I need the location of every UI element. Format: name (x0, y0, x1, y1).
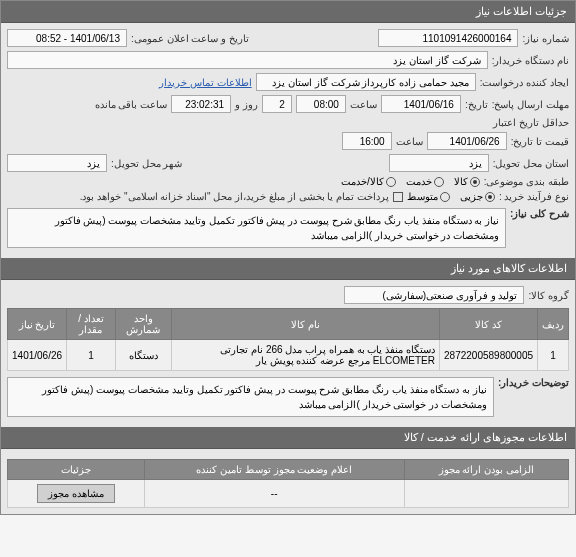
cell-required (404, 480, 568, 508)
days-value: 2 (262, 95, 292, 113)
buy-type-label: نوع فرآیند خرید : (499, 191, 569, 202)
announce-label: تاریخ و ساعت اعلان عمومی: (131, 33, 249, 44)
date-label: تاریخ: (465, 99, 488, 110)
remaining-suffix: ساعت باقی مانده (95, 99, 168, 110)
need-description: نیاز به دستگاه منفذ یاب رنگ مطابق شرح پی… (7, 208, 506, 248)
deliver-city-label: شهر محل تحویل: (111, 158, 182, 169)
category-radio-group: کالا خدمت کالا/خدمت (341, 176, 480, 187)
radio-medium-label: متوسط (407, 191, 438, 202)
time-label: ساعت (350, 99, 377, 110)
radio-partial[interactable] (485, 192, 495, 202)
th-details: جزئیات (8, 460, 145, 480)
th-qty: تعداد / مقدار (67, 309, 116, 340)
budget-label: طبقه بندی موضوعی: (484, 176, 569, 187)
section-header-need-details: جزئیات اطلاعات نیاز (1, 1, 575, 23)
th-required: الزامی بودن ارائه مجوز (404, 460, 568, 480)
form-need-details: شماره نیاز: 1101091426000164 تاریخ و ساع… (1, 23, 575, 258)
need-number-label: شماره نیاز: (522, 33, 569, 44)
view-auth-button[interactable]: مشاهده مجوز (37, 484, 115, 503)
need-number-value: 1101091426000164 (378, 29, 518, 47)
th-name: نام کالا (171, 309, 439, 340)
auth-area: الزامی بودن ارائه مجوز اعلام وضعیت مجوز … (1, 449, 575, 514)
radio-service-label: خدمت (406, 176, 432, 187)
deliver-city-value: یزد (7, 154, 107, 172)
creator-value: مجید حمامی زاده کارپرداز شرکت گاز استان … (256, 73, 476, 91)
need-loc-label: استان محل تحویل: (493, 158, 569, 169)
radio-medium[interactable] (440, 192, 450, 202)
buyer-notes: نیاز به دستگاه منفذ یاب رنگ مطابق شرح پی… (7, 377, 494, 417)
need-loc-value: یزد (389, 154, 489, 172)
goods-table: ردیف کد کالا نام کالا واحد شمارش تعداد /… (7, 308, 569, 371)
radio-partial-label: جزیی (460, 191, 483, 202)
th-unit: واحد شمارش (115, 309, 171, 340)
cell-qty: 1 (67, 340, 116, 371)
buyer-notes-label: توضیحات خریدار: (498, 377, 569, 388)
section-header-auth: اطلاعات مجوزهای ارائه خدمت / کالا (1, 427, 575, 449)
th-code: کد کالا (440, 309, 538, 340)
cell-date: 1401/06/26 (8, 340, 67, 371)
th-date: تاریخ نیاز (8, 309, 67, 340)
validity-date: 1401/06/26 (427, 132, 507, 150)
deadline-label: مهلت ارسال پاسخ: (492, 99, 569, 110)
table-row: 1 2872200589800005 دستگاه منفذ یاب به هم… (8, 340, 569, 371)
desc-header-label: شرح کلی نیاز: (510, 208, 569, 219)
auth-table: الزامی بودن ارائه مجوز اعلام وضعیت مجوز … (7, 459, 569, 508)
creator-label: ایجاد کننده درخواست: (480, 77, 569, 88)
min-validity-label: حداقل تاریخ اعتبار (493, 117, 569, 128)
auth-row: -- مشاهده مجوز (8, 480, 569, 508)
radio-both[interactable] (386, 177, 396, 187)
cell-status: -- (144, 480, 404, 508)
radio-goods[interactable] (470, 177, 480, 187)
radio-service[interactable] (434, 177, 444, 187)
goods-area: گروه کالا: تولید و فرآوری صنعتی(سفارشی) … (1, 280, 575, 427)
announce-value: 1401/06/13 - 08:52 (7, 29, 127, 47)
price-to-label: قیمت تا تاریخ: (511, 136, 569, 147)
radio-both-label: کالا/خدمت (341, 176, 384, 187)
radio-goods-label: کالا (454, 176, 468, 187)
time-label2: ساعت (396, 136, 423, 147)
cell-details: مشاهده مجوز (8, 480, 145, 508)
buyer-label: نام دستگاه خریدار: (492, 55, 569, 66)
treasury-checkbox[interactable] (393, 192, 403, 202)
th-status: اعلام وضعیت مجوز توسط تامین کننده (144, 460, 404, 480)
buyer-value: شرکت گاز استان یزد (7, 51, 488, 69)
group-label: گروه کالا: (528, 290, 569, 301)
remaining-time: 23:02:31 (171, 95, 231, 113)
deadline-time: 08:00 (296, 95, 346, 113)
deadline-date: 1401/06/16 (381, 95, 461, 113)
th-idx: ردیف (538, 309, 569, 340)
cell-idx: 1 (538, 340, 569, 371)
cell-code: 2872200589800005 (440, 340, 538, 371)
group-value: تولید و فرآوری صنعتی(سفارشی) (344, 286, 524, 304)
days-suffix: روز و (235, 99, 258, 110)
treasury-note: پرداخت تمام یا بخشی از مبلغ خرید،از محل … (80, 191, 389, 202)
cell-unit: دستگاه (115, 340, 171, 371)
buy-type-radio-group: جزیی متوسط (407, 191, 495, 202)
cell-name: دستگاه منفذ یاب به همراه پراب مدل 266 نا… (171, 340, 439, 371)
validity-time: 16:00 (342, 132, 392, 150)
contact-link[interactable]: اطلاعات تماس خریدار (159, 77, 252, 88)
section-header-goods: اطلاعات کالاهای مورد نیاز (1, 258, 575, 280)
